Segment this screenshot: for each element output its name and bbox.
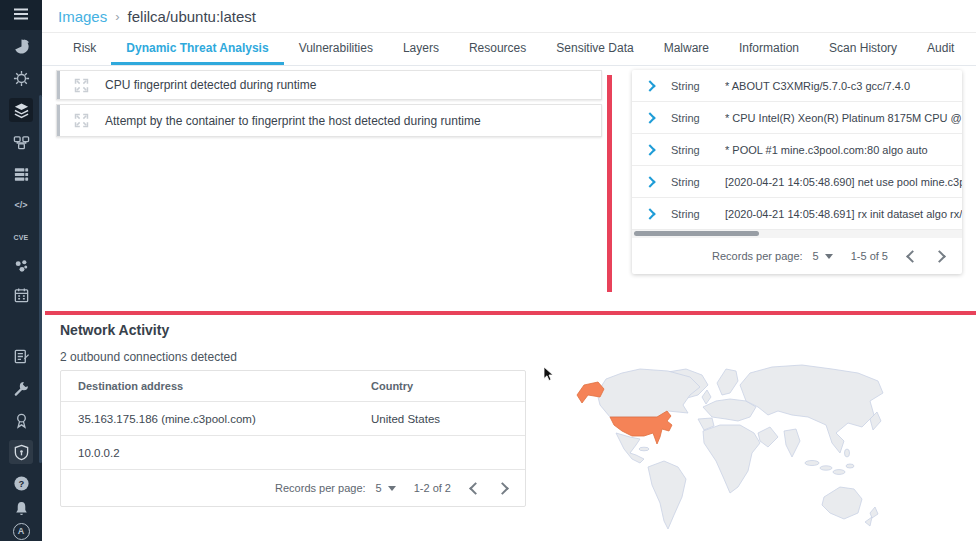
country-australia — [822, 487, 862, 519]
security-shield-icon[interactable] — [9, 440, 33, 464]
country-philippines — [845, 449, 850, 457]
fingerprint-expand-icon — [73, 112, 90, 129]
cell-country: United States — [371, 413, 525, 425]
tab-bar: Risk Dynamic Threat Analysis Vulnerabili… — [42, 33, 976, 66]
sidebar-scrollbar[interactable] — [39, 95, 42, 463]
tab-scan-history[interactable]: Scan History — [814, 33, 912, 65]
avatar-letter: A — [18, 526, 25, 536]
island — [833, 470, 845, 475]
next-page-icon[interactable] — [496, 482, 509, 495]
calendar-icon[interactable] — [9, 283, 33, 307]
sidebar: </> CVE ? A — [0, 0, 42, 541]
network-pagination: Records per page: 5 1-2 of 2 — [61, 470, 525, 506]
records-per-page-label: Records per page: — [712, 250, 803, 262]
country-cuba — [639, 447, 649, 451]
avatar-letter-wrap: A — [13, 523, 30, 540]
header-destination-address: Destination address — [61, 380, 371, 392]
tab-dynamic-threat-analysis[interactable]: Dynamic Threat Analysis — [111, 33, 283, 65]
header-country: Country — [371, 380, 525, 392]
finding-accent-bar — [57, 71, 60, 99]
tab-risk[interactable]: Risk — [58, 33, 111, 65]
services-cluster-icon[interactable] — [9, 254, 33, 278]
prev-page-icon[interactable] — [469, 482, 482, 495]
sidebar-item-images[interactable] — [9, 98, 33, 122]
app-window: </> CVE ? A — [0, 0, 976, 541]
helm-settings-icon[interactable] — [9, 66, 33, 90]
region-arabia — [758, 427, 778, 447]
compliance-ribbon-icon[interactable] — [9, 408, 33, 432]
scrollbar-thumb[interactable] — [634, 231, 759, 236]
prev-page-icon[interactable] — [906, 250, 919, 263]
string-row[interactable]: String [2020-04-21 14:05:48.691] rx init… — [632, 198, 962, 230]
horizontal-scrollbar — [632, 230, 962, 238]
tab-resources[interactable]: Resources — [454, 33, 541, 65]
hamburger-menu-icon[interactable] — [9, 2, 33, 26]
string-value: [2020-04-21 14:05:48.691] rx init datase… — [725, 208, 962, 220]
dashboard-pie-icon[interactable] — [9, 34, 33, 58]
tools-wrench-icon[interactable] — [9, 376, 33, 400]
code-glyph: </> — [14, 200, 27, 210]
fingerprint-expand-icon — [73, 77, 90, 94]
island — [820, 466, 832, 470]
region-africa — [703, 425, 760, 493]
string-type: String — [671, 80, 713, 92]
string-value: * CPU Intel(R) Xeon(R) Platinum 8175M CP… — [725, 112, 962, 124]
string-type: String — [671, 176, 713, 188]
page-size-caret-icon[interactable] — [388, 486, 396, 491]
tab-information[interactable]: Information — [724, 33, 814, 65]
page-size-caret-icon[interactable] — [825, 254, 833, 259]
svg-text:?: ? — [18, 477, 24, 488]
finding-accent-bar — [57, 105, 60, 136]
expand-chevron-icon[interactable] — [644, 112, 655, 123]
string-row[interactable]: String * CPU Intel(R) Xeon(R) Platinum 8… — [632, 102, 962, 134]
tab-sensitive-data[interactable]: Sensitive Data — [541, 33, 648, 65]
tab-malware[interactable]: Malware — [649, 33, 724, 65]
cell-destination: 10.0.0.2 — [61, 447, 371, 459]
red-highlight-horizontal — [45, 311, 976, 315]
breadcrumb-images-link[interactable]: Images — [58, 8, 107, 25]
expand-chevron-icon[interactable] — [644, 176, 655, 187]
help-icon[interactable]: ? — [9, 471, 33, 495]
string-row[interactable]: String [2020-04-21 14:05:48.690] net use… — [632, 166, 962, 198]
strings-pagination: Records per page: 5 1-5 of 5 — [632, 238, 962, 274]
notifications-bell-icon[interactable] — [9, 496, 33, 520]
code-functions-icon[interactable]: </> — [9, 193, 33, 217]
table-row: 35.163.175.186 (mine.c3pool.com) United … — [61, 402, 525, 436]
breadcrumb-current: felilca/ubuntu:latest — [128, 8, 256, 25]
reports-icon[interactable] — [9, 344, 33, 368]
workloads-icon[interactable] — [9, 130, 33, 154]
string-row[interactable]: String * ABOUT C3XMRig/5.7.0-c3 gcc/7.4.… — [632, 70, 962, 102]
next-page-icon[interactable] — [933, 250, 946, 263]
page-size-value[interactable]: 5 — [813, 250, 819, 262]
expand-chevron-icon[interactable] — [644, 144, 655, 155]
expand-chevron-icon[interactable] — [644, 208, 655, 219]
string-value: * POOL #1 mine.c3pool.com:80 algo auto — [725, 144, 962, 156]
string-row[interactable]: String * POOL #1 mine.c3pool.com:80 algo… — [632, 134, 962, 166]
finding-label: Attempt by the container to fingerprint … — [105, 114, 481, 128]
string-type: String — [671, 208, 713, 220]
expand-chevron-icon[interactable] — [644, 80, 655, 91]
network-activity-table: Destination address Country 35.163.175.1… — [60, 370, 526, 507]
country-india — [784, 429, 800, 457]
page-size-value[interactable]: 5 — [376, 482, 382, 494]
finding-row[interactable]: CPU fingerprint detected during runtime — [56, 70, 602, 100]
string-value: [2020-04-21 14:05:48.690] net use pool m… — [725, 176, 962, 188]
account-avatar-icon[interactable]: A — [9, 519, 33, 541]
malware-strings-panel: String * ABOUT C3XMRig/5.7.0-c3 gcc/7.4.… — [632, 70, 962, 274]
tab-audit[interactable]: Audit — [912, 33, 969, 65]
island — [846, 464, 854, 468]
red-highlight-vertical — [607, 75, 612, 292]
string-value: * ABOUT C3XMRig/5.7.0-c3 gcc/7.4.0 — [725, 80, 962, 92]
country-new-zealand — [865, 507, 878, 526]
tab-layers[interactable]: Layers — [388, 33, 454, 65]
world-map — [540, 345, 976, 541]
finding-row[interactable]: Attempt by the container to fingerprint … — [56, 104, 602, 137]
tab-vulnerabilities[interactable]: Vulnerabilities — [284, 33, 388, 65]
cve-label: CVE — [14, 234, 29, 241]
finding-label: CPU fingerprint detected during runtime — [105, 78, 316, 92]
infrastructure-grid-icon[interactable] — [9, 162, 33, 186]
country-uk — [702, 390, 711, 404]
mouse-cursor — [543, 367, 554, 386]
network-activity-title: Network Activity — [60, 322, 169, 338]
cve-icon[interactable]: CVE — [9, 225, 33, 249]
